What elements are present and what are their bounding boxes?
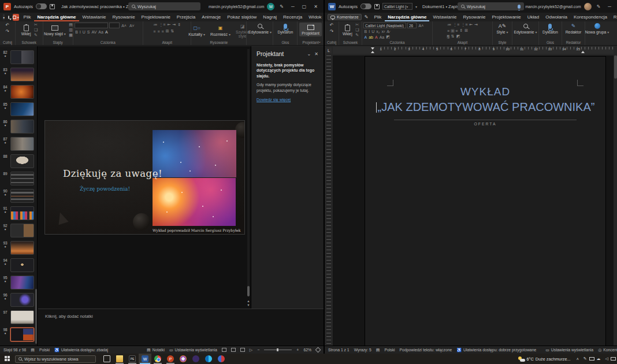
slide-thumbnail-image[interactable] bbox=[10, 241, 34, 255]
multilevel-list-icon[interactable]: ⋮≡ bbox=[460, 23, 469, 27]
editing-button[interactable]: Edytowanie▾ bbox=[512, 23, 538, 34]
paste-button[interactable]: Wklej bbox=[341, 24, 354, 36]
slide-thumbnail[interactable]: 86 ✶ bbox=[0, 118, 37, 136]
slide-thumbnail-image[interactable] bbox=[10, 310, 34, 324]
tab-narzedzia-glowne[interactable]: Narzędzia główne bbox=[34, 13, 79, 21]
zoom-in-button[interactable]: + bbox=[296, 348, 299, 352]
slideshow-button[interactable]: ▷ bbox=[250, 348, 252, 352]
hanging-indent-marker[interactable] bbox=[371, 51, 374, 53]
notes-pane[interactable]: Kliknij, aby dodać notatki bbox=[38, 309, 324, 346]
font-color-icon[interactable]: A bbox=[104, 30, 109, 34]
slide-thumbnail[interactable]: 82 ✶ bbox=[0, 49, 37, 66]
right-indent-marker[interactable] bbox=[581, 51, 585, 53]
shading-icon[interactable]: ◩ bbox=[455, 34, 461, 39]
start-button[interactable] bbox=[5, 356, 10, 362]
slide-title-text[interactable]: Dziękuję za uwagę! bbox=[63, 168, 162, 179]
tab-korespondencja[interactable]: Korespondencja bbox=[571, 13, 610, 21]
editing-button[interactable]: Edytowanie▾ bbox=[247, 23, 273, 34]
slide-thumbnail-image[interactable] bbox=[10, 258, 34, 272]
volume-icon[interactable]: ◁ bbox=[605, 356, 608, 361]
accessibility-status[interactable]: ♿ Ułatwienia dostępu: zbadaj bbox=[54, 348, 108, 352]
qat-overflow-icon[interactable]: ▾ bbox=[415, 5, 417, 9]
tab-animacje[interactable]: Animacje bbox=[199, 13, 224, 21]
tab-przejscia[interactable]: Przejścia bbox=[174, 13, 198, 21]
first-line-indent-marker[interactable] bbox=[371, 47, 374, 50]
font-size-input[interactable]: 26 bbox=[407, 23, 417, 28]
collapse-ribbon-icon[interactable]: ⌄ bbox=[318, 39, 321, 44]
show-marks-icon[interactable]: ¶ bbox=[447, 35, 451, 39]
redo-icon[interactable]: ↷ bbox=[6, 29, 10, 34]
align-center-icon[interactable]: ≡ bbox=[157, 29, 161, 34]
redo-icon[interactable]: ↷ bbox=[330, 29, 334, 34]
slide-caption-text[interactable]: Wykład poprowadził Marcin Sergiusz Przyb… bbox=[153, 228, 236, 232]
tab-recenzja[interactable]: Recenzja bbox=[611, 13, 617, 21]
slide-thumbnail-image[interactable] bbox=[10, 224, 34, 237]
slide-thumbnail[interactable]: 90 ✶ bbox=[0, 188, 37, 205]
tab-wstawianie[interactable]: Wstawianie bbox=[80, 13, 109, 21]
indent-left-icon[interactable]: ⇤ bbox=[469, 23, 474, 27]
copy-icon[interactable]: ❏ bbox=[355, 28, 360, 32]
focus-button[interactable]: ◎ Koncentracja uwagi bbox=[598, 348, 617, 352]
text-predictions-status[interactable]: Podpowiedzi tekstu: włączone bbox=[400, 348, 452, 352]
slide-thumbnail-image[interactable] bbox=[10, 328, 34, 341]
slide-sorter-view-button[interactable] bbox=[231, 348, 236, 352]
text-direction-icon[interactable]: ⇅ bbox=[170, 29, 175, 34]
zoom-out-button[interactable]: − bbox=[257, 348, 259, 352]
clear-format-icon[interactable]: A̷ bbox=[386, 29, 391, 34]
cut-icon[interactable]: ✂ bbox=[33, 23, 38, 27]
font-size-input[interactable] bbox=[109, 23, 120, 28]
format-painter-icon[interactable]: ✎ bbox=[33, 33, 38, 38]
slide-thumbnail-image[interactable] bbox=[10, 102, 34, 116]
taskbar-app[interactable] bbox=[202, 354, 215, 364]
indent-right-icon[interactable]: ⇥ bbox=[172, 23, 177, 27]
slide-thumbnail-image[interactable] bbox=[10, 276, 34, 289]
document-subtitle[interactable]: OFERTA bbox=[365, 122, 605, 126]
thumbnail-scrollbar[interactable] bbox=[35, 289, 37, 344]
highlight-icon[interactable]: ab bbox=[368, 35, 374, 39]
tab-selector[interactable]: L bbox=[326, 47, 332, 53]
taskbar-app[interactable] bbox=[189, 354, 202, 364]
document-scrollbar[interactable] bbox=[614, 55, 617, 79]
qat-font-box[interactable]: Calibri Light (▾ bbox=[382, 3, 412, 10]
weather-temp[interactable]: 6°C bbox=[527, 356, 534, 362]
share-button[interactable]: ▾ bbox=[13, 14, 19, 21]
undo-icon[interactable]: ↶ bbox=[6, 23, 10, 28]
underline-icon[interactable]: U bbox=[371, 29, 376, 34]
weather-icon[interactable] bbox=[518, 356, 525, 362]
slide-image-network[interactable] bbox=[153, 130, 236, 177]
tab-nagraj[interactable]: Nagraj bbox=[260, 13, 280, 21]
taskbar-app[interactable] bbox=[177, 354, 189, 364]
slide-thumbnail-image[interactable] bbox=[10, 293, 34, 307]
slide-thumbnail-image[interactable] bbox=[10, 189, 34, 203]
tab-plik[interactable]: Plik bbox=[371, 13, 384, 21]
undo-icon[interactable]: ↶ bbox=[330, 23, 334, 28]
slide-scrollbar-track[interactable] bbox=[247, 49, 250, 291]
char-spacing-icon[interactable]: AV bbox=[91, 30, 98, 34]
vertical-ruler[interactable] bbox=[326, 55, 331, 345]
tab-plik[interactable]: Plik bbox=[21, 13, 34, 21]
minimize-button[interactable]: ─ bbox=[605, 4, 614, 9]
tab-narzedzia-glowne[interactable]: Narzędzia główne bbox=[385, 13, 429, 21]
tab-pokaz-slajdow[interactable]: Pokaz slajdów bbox=[224, 13, 259, 21]
grow-font-icon[interactable]: A˄ bbox=[418, 24, 425, 28]
cut-icon[interactable]: ✂ bbox=[355, 23, 360, 27]
dictate-button[interactable]: Dyktafon bbox=[541, 23, 560, 34]
slide-thumbnail[interactable]: 87 ✶ bbox=[0, 136, 37, 153]
account-email[interactable]: marcin.przybylek52@gmail.com bbox=[209, 5, 264, 9]
indent-left-icon[interactable]: ⇤ bbox=[166, 23, 172, 27]
proofing-icon[interactable]: ▤ bbox=[31, 348, 35, 352]
tab-wstawianie[interactable]: Wstawianie bbox=[430, 13, 459, 21]
current-slide[interactable]: Dziękuję za uwagę! Życzę powodzenia! Wyk… bbox=[44, 120, 245, 235]
slide-thumbnail-image[interactable] bbox=[10, 68, 34, 81]
reading-view-button[interactable] bbox=[240, 348, 245, 352]
designer-button[interactable]: Projektant bbox=[299, 23, 322, 36]
comments-button[interactable]: Komentarze bbox=[328, 14, 362, 20]
slide-thumbnail-image[interactable] bbox=[10, 85, 34, 99]
paste-button[interactable]: Wklej bbox=[20, 24, 33, 36]
autosave-toggle[interactable] bbox=[360, 3, 371, 9]
styles-button[interactable]: A✎Style▾ bbox=[495, 23, 510, 34]
learn-more-link[interactable]: Dowiedz się więcej bbox=[257, 98, 318, 102]
slide-thumbnail-image[interactable] bbox=[10, 50, 34, 64]
onedrive-cloud-icon[interactable]: ☁ bbox=[597, 356, 601, 361]
slide-thumbnail-image[interactable] bbox=[10, 154, 34, 168]
